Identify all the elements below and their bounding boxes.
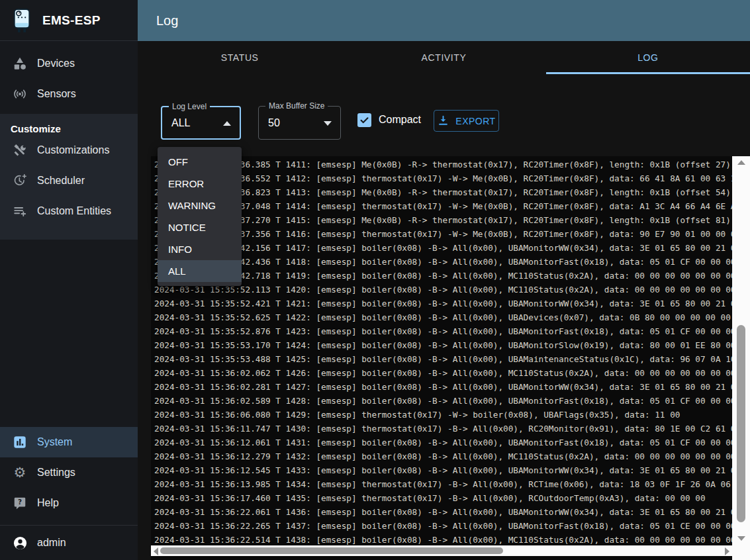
sidebar-item-label: Devices bbox=[37, 58, 75, 70]
log-line: 2024-03-31 15:36:11.747 T 1430: [emsesp]… bbox=[154, 422, 732, 436]
log-line: 2024-03-31 15:36:22.265 T 1437: [emsesp]… bbox=[154, 519, 732, 533]
sidebar-item-customizations[interactable]: Customizations bbox=[0, 135, 138, 165]
log-line: 2024-03-31 15:35:52.876 T 1423: [emsesp]… bbox=[154, 324, 732, 338]
menu-option-all[interactable]: ALL bbox=[158, 260, 242, 282]
scroll-right-arrow[interactable] bbox=[725, 547, 729, 555]
log-line: 2024-03-31 15:36:12.061 T 1431: [emsesp]… bbox=[154, 436, 732, 449]
log-line: 2024-03-31 15:35:52.421 T 1421: [emsesp]… bbox=[154, 297, 732, 310]
sidebar-item-scheduler[interactable]: Scheduler bbox=[0, 165, 138, 196]
clock-plus-icon bbox=[12, 173, 28, 189]
max-buffer-size-value: 50 bbox=[268, 117, 280, 129]
menu-option-notice[interactable]: NOTICE bbox=[158, 216, 242, 238]
app-title: EMS-ESP bbox=[42, 13, 101, 28]
sidebar-item-settings[interactable]: ⚙ Settings bbox=[0, 457, 138, 488]
max-buffer-size-label: Max Buffer Size bbox=[265, 101, 328, 111]
export-button-label: EXPORT bbox=[455, 116, 495, 126]
devices-icon bbox=[12, 56, 28, 71]
log-line: 2024-03-31 15:36:02.062 T 1426: [emsesp]… bbox=[154, 366, 732, 380]
menu-option-warning[interactable]: WARNING bbox=[158, 195, 242, 216]
log-line: 2024-03-31 15:36:06.080 T 1429: [emsesp]… bbox=[154, 408, 732, 422]
vertical-scrollbar-thumb[interactable] bbox=[737, 325, 745, 522]
menu-option-info[interactable]: INFO bbox=[158, 238, 242, 260]
sidebar-item-label: Custom Entities bbox=[37, 205, 111, 217]
customize-section: Customize Customizations Schedul bbox=[0, 114, 138, 240]
sidebar-item-label: Sensors bbox=[37, 88, 76, 100]
list-plus-icon bbox=[12, 203, 28, 219]
admin-user-label: admin bbox=[37, 537, 66, 549]
gear-icon: ⚙ bbox=[12, 465, 28, 481]
sidebar-item-devices[interactable]: Devices bbox=[0, 48, 138, 79]
sidebar-item-label: Settings bbox=[37, 467, 75, 479]
checkmark-icon bbox=[359, 115, 370, 126]
boiler-logo-icon bbox=[12, 8, 32, 33]
tab-status[interactable]: STATUS bbox=[138, 41, 342, 74]
customize-section-header: Customize bbox=[0, 122, 138, 135]
chevron-up-icon bbox=[223, 121, 231, 126]
log-line: 2024-03-31 15:35:53.488 T 1425: [emsesp]… bbox=[154, 352, 732, 366]
log-line: 2024-03-31 15:36:17.460 T 1435: [emsesp]… bbox=[154, 491, 732, 505]
sidebar-item-label: Customizations bbox=[37, 144, 109, 156]
log-level-value: ALL bbox=[171, 117, 190, 129]
sidebar-item-sensors[interactable]: Sensors bbox=[0, 79, 138, 109]
horizontal-scrollbar[interactable] bbox=[151, 545, 732, 556]
menu-option-error[interactable]: ERROR bbox=[158, 173, 242, 195]
log-line: 2024-03-31 15:36:13.985 T 1434: [emsesp]… bbox=[154, 477, 732, 491]
compact-checkbox-label: Compact bbox=[379, 114, 421, 126]
log-line: 2024-03-31 15:36:02.281 T 1427: [emsesp]… bbox=[154, 380, 732, 394]
chevron-down-icon bbox=[324, 121, 332, 126]
compact-checkbox[interactable] bbox=[357, 113, 371, 127]
log-level-label: Log Level bbox=[169, 102, 210, 111]
log-line: 2024-03-31 15:36:02.589 T 1428: [emsesp]… bbox=[154, 394, 732, 408]
download-icon bbox=[437, 115, 449, 127]
sidebar: EMS-ESP Devices Sensors Customize bbox=[0, 0, 138, 560]
scroll-left-arrow[interactable] bbox=[154, 547, 158, 555]
sidebar-item-label: System bbox=[37, 436, 72, 448]
sidebar-item-system[interactable]: System bbox=[0, 427, 138, 457]
sidebar-item-custom-entities[interactable]: Custom Entities bbox=[0, 196, 138, 226]
help-icon: ? bbox=[12, 495, 28, 511]
page-title: Log bbox=[156, 13, 178, 28]
max-buffer-size-select[interactable]: Max Buffer Size 50 bbox=[258, 106, 341, 140]
log-level-menu: OFFERRORWARNINGNOTICEINFOALL bbox=[158, 147, 242, 286]
sidebar-item-admin[interactable]: admin bbox=[0, 526, 138, 560]
log-line: 2024-03-31 15:36:22.061 T 1436: [emsesp]… bbox=[154, 505, 732, 519]
svg-text:?: ? bbox=[18, 498, 22, 506]
menu-option-off[interactable]: OFF bbox=[158, 151, 242, 173]
tab-activity[interactable]: ACTIVITY bbox=[342, 41, 545, 74]
tools-icon bbox=[12, 142, 28, 158]
tab-log[interactable]: LOG bbox=[546, 41, 750, 74]
log-level-select[interactable]: Log Level ALL bbox=[161, 106, 241, 140]
sensors-icon bbox=[12, 86, 28, 102]
tab-bar: STATUS ACTIVITY LOG bbox=[138, 41, 750, 74]
sidebar-item-label: Help bbox=[37, 497, 59, 509]
log-line: 2024-03-31 15:35:52.625 T 1422: [emsesp]… bbox=[154, 310, 732, 324]
active-tab-indicator bbox=[546, 72, 750, 74]
export-button[interactable]: EXPORT bbox=[434, 110, 499, 132]
avatar-icon bbox=[12, 535, 28, 551]
vertical-scrollbar[interactable] bbox=[732, 156, 750, 560]
horizontal-scrollbar-thumb[interactable] bbox=[160, 547, 503, 554]
log-line: 2024-03-31 15:36:12.279 T 1432: [emsesp]… bbox=[154, 449, 732, 463]
log-line: 2024-03-31 15:36:12.545 T 1433: [emsesp]… bbox=[154, 463, 732, 477]
log-line: 2024-03-31 15:36:22.514 T 1438: [emsesp]… bbox=[154, 533, 732, 547]
sidebar-item-help[interactable]: ? Help bbox=[0, 488, 138, 518]
page-header: Log bbox=[138, 0, 750, 41]
scroll-down-arrow[interactable] bbox=[737, 536, 745, 541]
sidebar-item-label: Scheduler bbox=[37, 175, 85, 187]
system-chart-icon bbox=[12, 434, 28, 450]
app-logo-row: EMS-ESP bbox=[0, 0, 138, 41]
log-line: 2024-03-31 15:35:53.170 T 1424: [emsesp]… bbox=[154, 338, 732, 352]
scroll-up-arrow[interactable] bbox=[737, 160, 745, 165]
